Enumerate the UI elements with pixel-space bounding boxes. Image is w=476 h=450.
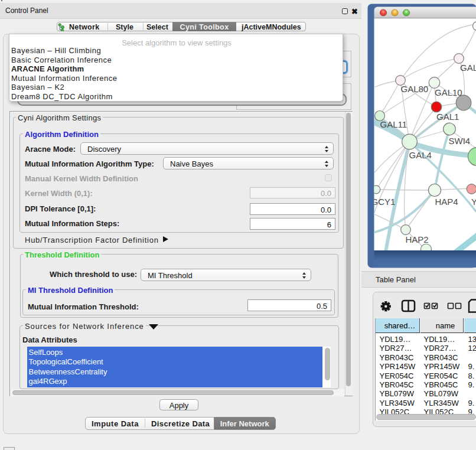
svg-text:GAL4: GAL4	[409, 150, 432, 160]
svg-text:SWI4: SWI4	[449, 136, 471, 146]
svg-text:HAP4: HAP4	[435, 197, 458, 207]
svg-text:HAP2: HAP2	[406, 234, 429, 244]
svg-text:GAL80: GAL80	[401, 84, 429, 94]
svg-text:GAL1: GAL1	[436, 112, 459, 122]
svg-text:GCY1: GCY1	[371, 197, 396, 207]
svg-text:GAL7: GAL7	[460, 63, 476, 73]
svg-text:GAL10: GAL10	[435, 87, 462, 97]
svg-text:Y: Y	[471, 197, 476, 207]
svg-text:GAL11: GAL11	[380, 119, 407, 129]
